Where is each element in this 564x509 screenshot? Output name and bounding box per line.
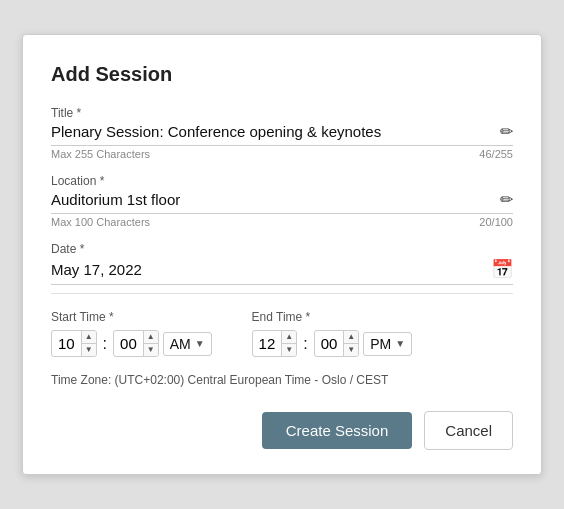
start-minute-arrows: ▲ ▼ — [143, 331, 158, 355]
title-value: Plenary Session: Conference opening & ke… — [51, 123, 492, 140]
start-colon: : — [101, 335, 109, 353]
start-ampm-arrow: ▼ — [195, 338, 205, 349]
location-value: Auditorium 1st floor — [51, 191, 492, 208]
end-time-label: End Time * — [252, 310, 413, 324]
location-hint-left: Max 100 Characters — [51, 216, 150, 228]
end-minute-arrows: ▲ ▼ — [343, 331, 358, 355]
title-hint-left: Max 255 Characters — [51, 148, 150, 160]
location-edit-icon[interactable]: ✏ — [500, 190, 513, 209]
start-minute-up[interactable]: ▲ — [144, 331, 158, 344]
end-hour-value: 12 — [253, 332, 282, 355]
start-hour-spinner[interactable]: 10 ▲ ▼ — [51, 330, 97, 356]
start-hour-value: 10 — [52, 332, 81, 355]
end-ampm-value: PM — [370, 336, 391, 352]
end-minute-spinner[interactable]: 00 ▲ ▼ — [314, 330, 360, 356]
start-time-controls: 10 ▲ ▼ : 00 ▲ ▼ AM ▼ — [51, 330, 212, 356]
location-field-row: Auditorium 1st floor ✏ — [51, 190, 513, 214]
start-minute-spinner[interactable]: 00 ▲ ▼ — [113, 330, 159, 356]
date-value: May 17, 2022 — [51, 261, 483, 278]
start-hour-up[interactable]: ▲ — [82, 331, 96, 344]
timezone-text: Time Zone: (UTC+02:00) Central European … — [51, 373, 513, 387]
add-session-dialog: Add Session Title * Plenary Session: Con… — [22, 34, 542, 474]
title-field-group: Title * Plenary Session: Conference open… — [51, 106, 513, 160]
title-edit-icon[interactable]: ✏ — [500, 122, 513, 141]
location-hint-right: 20/100 — [479, 216, 513, 228]
title-field-row: Plenary Session: Conference opening & ke… — [51, 122, 513, 146]
end-hour-arrows: ▲ ▼ — [281, 331, 296, 355]
end-hour-up[interactable]: ▲ — [282, 331, 296, 344]
title-hint-right: 46/255 — [479, 148, 513, 160]
title-hint: Max 255 Characters 46/255 — [51, 148, 513, 160]
end-time-group: End Time * 12 ▲ ▼ : 00 ▲ ▼ — [252, 310, 413, 356]
start-hour-down[interactable]: ▼ — [82, 344, 96, 356]
start-ampm-select[interactable]: AM ▼ — [163, 332, 212, 356]
end-colon: : — [301, 335, 309, 353]
time-section: Start Time * 10 ▲ ▼ : 00 ▲ ▼ — [51, 310, 513, 356]
location-field-group: Location * Auditorium 1st floor ✏ Max 10… — [51, 174, 513, 228]
create-session-button[interactable]: Create Session — [262, 412, 413, 449]
divider — [51, 293, 513, 294]
start-time-group: Start Time * 10 ▲ ▼ : 00 ▲ ▼ — [51, 310, 212, 356]
date-field-group: Date * May 17, 2022 📅 — [51, 242, 513, 285]
date-field-row: May 17, 2022 📅 — [51, 258, 513, 285]
end-hour-down[interactable]: ▼ — [282, 344, 296, 356]
start-minute-value: 00 — [114, 332, 143, 355]
location-hint: Max 100 Characters 20/100 — [51, 216, 513, 228]
dialog-footer: Create Session Cancel — [51, 411, 513, 450]
start-minute-down[interactable]: ▼ — [144, 344, 158, 356]
dialog-title: Add Session — [51, 63, 513, 86]
end-minute-down[interactable]: ▼ — [344, 344, 358, 356]
calendar-icon[interactable]: 📅 — [491, 258, 513, 280]
end-minute-value: 00 — [315, 332, 344, 355]
end-ampm-arrow: ▼ — [395, 338, 405, 349]
start-hour-arrows: ▲ ▼ — [81, 331, 96, 355]
cancel-button[interactable]: Cancel — [424, 411, 513, 450]
start-ampm-value: AM — [170, 336, 191, 352]
end-hour-spinner[interactable]: 12 ▲ ▼ — [252, 330, 298, 356]
end-time-controls: 12 ▲ ▼ : 00 ▲ ▼ PM ▼ — [252, 330, 413, 356]
end-ampm-select[interactable]: PM ▼ — [363, 332, 412, 356]
title-label: Title * — [51, 106, 513, 120]
start-time-label: Start Time * — [51, 310, 212, 324]
date-label: Date * — [51, 242, 513, 256]
location-label: Location * — [51, 174, 513, 188]
end-minute-up[interactable]: ▲ — [344, 331, 358, 344]
